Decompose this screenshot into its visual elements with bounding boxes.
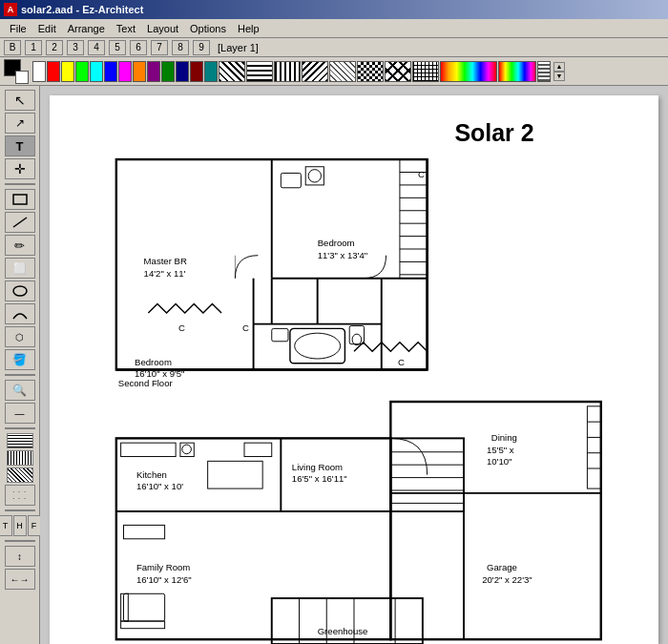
menu-help[interactable]: Help	[232, 21, 265, 36]
label-greenhouse: Greenhouse	[318, 626, 368, 636]
tool-move[interactable]: ✛	[5, 158, 35, 179]
svg-rect-54	[208, 461, 263, 488]
tool-arrow2[interactable]: ↗	[5, 113, 35, 134]
tool-zoom-in[interactable]: 🔍	[5, 380, 35, 401]
label-bedroom1: Bedroom	[318, 238, 355, 248]
layer-btn-8[interactable]: 8	[172, 40, 189, 55]
swatch-pattern2[interactable]	[246, 61, 273, 82]
svg-rect-31	[349, 326, 364, 344]
swatch-pattern5[interactable]	[329, 61, 356, 82]
menu-edit[interactable]: Edit	[32, 21, 62, 36]
tool-zoom-out[interactable]: —	[5, 403, 35, 424]
svg-rect-0	[13, 195, 27, 204]
tool-rect[interactable]	[5, 189, 35, 210]
closet-c2: C	[178, 322, 185, 333]
black-white-selector[interactable]	[4, 59, 29, 84]
swatch-rainbow[interactable]	[440, 61, 497, 82]
char-t[interactable]: T	[0, 515, 12, 536]
main-area: ↖ ↗ T ✛ ✏ ⬜ ⬡ 🪣 🔍 — · · ·· · ·	[0, 86, 668, 644]
swatch-pattern8[interactable]	[412, 61, 439, 82]
tool-text[interactable]: T	[5, 135, 35, 156]
svg-rect-33	[272, 328, 288, 341]
app-icon: A	[4, 3, 17, 16]
menu-file[interactable]: File	[4, 21, 32, 36]
tool-eraser[interactable]: ⬜	[5, 258, 35, 279]
swatch-teal[interactable]	[204, 61, 218, 82]
color-palette: ▲ ▼	[0, 57, 668, 86]
swatch-maroon[interactable]	[190, 61, 203, 82]
swatch-pattern7[interactable]	[385, 61, 411, 82]
layer-btn-3[interactable]: 3	[67, 40, 84, 55]
svg-point-30	[295, 333, 341, 359]
label-kitchen: Kitchen	[136, 469, 167, 480]
tool-pencil[interactable]: ✏	[5, 235, 35, 256]
swatch-pattern3[interactable]	[274, 61, 301, 82]
tool-pattern2[interactable]	[7, 450, 33, 466]
layer-btn-b[interactable]: B	[4, 40, 21, 55]
drawing-canvas: Solar 2	[50, 95, 658, 644]
menu-options[interactable]: Options	[184, 21, 232, 36]
tool-arc[interactable]	[5, 303, 35, 324]
svg-rect-14	[281, 173, 301, 187]
swatch-multicolor[interactable]	[498, 61, 536, 82]
staircase-first	[390, 452, 464, 504]
tool-leftright[interactable]: ←→	[5, 569, 35, 590]
tool-polygon[interactable]: ⬡	[5, 326, 35, 347]
swatch-green[interactable]	[75, 61, 89, 82]
tool-line[interactable]	[5, 212, 35, 233]
swatch-white[interactable]	[32, 61, 46, 82]
layer-label: [Layer 1]	[218, 42, 259, 53]
tool-select[interactable]: ↖	[5, 90, 35, 111]
separator1	[5, 183, 35, 185]
char-f[interactable]: F	[28, 515, 41, 536]
palette-scroll[interactable]: ▲ ▼	[553, 62, 565, 81]
svg-point-2	[13, 286, 27, 296]
tool-dots[interactable]: · · ·· · ·	[5, 485, 35, 506]
layer-btn-2[interactable]: 2	[46, 40, 63, 55]
size-kitchen: 16'10" x 10'	[136, 481, 183, 491]
layer-bar: B 1 2 3 4 5 6 7 8 9 [Layer 1]	[0, 38, 668, 57]
tool-circle[interactable]	[5, 280, 35, 301]
layer-btn-4[interactable]: 4	[88, 40, 105, 55]
swatch-red[interactable]	[47, 61, 60, 82]
separator3	[5, 427, 35, 429]
canvas-area[interactable]: Solar 2	[40, 86, 668, 644]
menu-bar: File Edit Arrange Text Layout Options He…	[0, 19, 668, 38]
tool-arrows[interactable]: ↕	[5, 546, 35, 567]
swatch-pattern4[interactable]	[302, 61, 328, 82]
menu-text[interactable]: Text	[111, 21, 141, 36]
size-masterbr: 14'2" x 11'	[144, 268, 186, 279]
svg-rect-56	[587, 406, 600, 488]
size-livingroom: 16'5" x 16'11"	[292, 473, 347, 484]
swatch-navy[interactable]	[176, 61, 189, 82]
swatch-blue[interactable]	[104, 61, 117, 82]
layer-btn-6[interactable]: 6	[130, 40, 147, 55]
menu-arrange[interactable]: Arrange	[62, 21, 111, 36]
tool-pattern1[interactable]	[7, 433, 33, 448]
separator5	[5, 540, 35, 542]
swatch-purple[interactable]	[147, 61, 160, 82]
swatch-stripes-v[interactable]	[537, 61, 551, 82]
label-dining: Dining	[491, 432, 517, 443]
layer-btn-1[interactable]: 1	[25, 40, 42, 55]
menu-layout[interactable]: Layout	[141, 21, 184, 36]
layer-btn-5[interactable]: 5	[109, 40, 126, 55]
swatch-pattern6[interactable]	[357, 61, 384, 82]
label-second-floor: Second Floor	[118, 378, 174, 388]
layer-btn-7[interactable]: 7	[151, 40, 168, 55]
swatch-cyan[interactable]	[90, 61, 103, 82]
svg-rect-61	[124, 593, 165, 621]
layer-btn-9[interactable]: 9	[193, 40, 210, 55]
tool-pattern3[interactable]	[7, 467, 33, 483]
tool-fill[interactable]: 🪣	[5, 349, 35, 370]
swatch-darkgreen[interactable]	[161, 61, 175, 82]
size-bedroom1: 11'3" x 13'4"	[318, 250, 368, 260]
svg-point-16	[308, 170, 321, 182]
swatch-pattern1[interactable]	[219, 61, 245, 82]
swatch-magenta[interactable]	[118, 61, 132, 82]
char-h[interactable]: H	[13, 515, 27, 536]
separator2	[5, 374, 35, 376]
swatch-yellow[interactable]	[61, 61, 74, 82]
size-dining1: 15'5" x	[487, 445, 514, 455]
swatch-orange[interactable]	[133, 61, 146, 82]
